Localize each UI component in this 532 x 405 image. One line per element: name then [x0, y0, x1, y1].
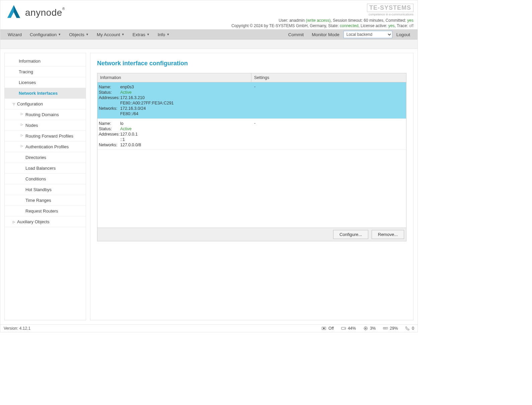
menu-commit[interactable]: Commit	[284, 30, 308, 39]
column-header-settings[interactable]: Settings	[251, 73, 406, 82]
sidebar-item-routing-forward-profiles[interactable]: ▷Routing Forward Profiles	[5, 131, 86, 142]
menu-objects[interactable]: Objects▼	[65, 30, 93, 39]
chevron-right-icon: ▷	[13, 220, 15, 224]
sidebar-group-configuration[interactable]: ▽Configuration	[5, 99, 86, 109]
table-row[interactable]: Name:enp0s3 Status:Active Addresses:172.…	[97, 82, 406, 119]
sidebar-item-request-routers[interactable]: Request Routers	[5, 206, 86, 217]
menu-monitor-mode[interactable]: Monitor Mode	[308, 30, 344, 39]
interfaces-table: Information Settings Name:enp0s3 Status:…	[97, 73, 406, 241]
sidebar-item-authentication-profiles[interactable]: ▷Authentication Profiles	[5, 142, 86, 152]
menu-configuration[interactable]: Configuration▼	[26, 30, 65, 39]
chevron-down-icon: ▽	[13, 102, 15, 106]
disk-icon	[341, 326, 347, 331]
content-panel: Network interface configuration Informat…	[90, 53, 413, 320]
menu-extras[interactable]: Extras▼	[129, 30, 154, 39]
menu-logout[interactable]: Logout	[392, 30, 414, 39]
sidebar-item-routing-domains[interactable]: ▷Routing Domains	[5, 109, 86, 120]
record-icon	[322, 326, 327, 331]
chevron-right-icon: ▷	[21, 123, 23, 126]
status-cpu: 3%	[363, 326, 376, 331]
chevron-right-icon: ▷	[21, 134, 23, 137]
sidebar-item-load-balancers[interactable]: Load Balancers	[5, 163, 86, 174]
configure-button[interactable]: Configure...	[333, 230, 368, 239]
status-memory: 29%	[383, 326, 398, 331]
sidebar-item-directories[interactable]: Directories	[5, 152, 86, 163]
te-systems-logo: TE-SYSTEMS	[367, 4, 413, 12]
sidebar: Information Tracing Licenses Network Int…	[4, 53, 86, 320]
version-label: Version: 4.12.1	[4, 326, 30, 331]
sidebar-item-hot-standbys[interactable]: Hot Standbys	[5, 184, 86, 195]
dropdown-caret-icon: ▼	[122, 33, 125, 36]
app-logo: anynode®	[5, 4, 65, 22]
dropdown-caret-icon: ▼	[86, 33, 89, 36]
sidebar-item-network-interfaces[interactable]: Network Interfaces	[5, 88, 86, 99]
header-status-line-1: User: anadmin (write access), Session ti…	[231, 18, 413, 23]
sidebar-item-licenses[interactable]: Licenses	[5, 77, 86, 88]
menu-my-account[interactable]: My Account▼	[93, 30, 129, 39]
sidebar-group-auxiliary-objects[interactable]: ▷Auxiliary Objects	[5, 217, 86, 227]
svg-point-3	[345, 328, 345, 329]
status-recording: Off	[322, 326, 334, 331]
dropdown-caret-icon: ▼	[166, 33, 169, 36]
sidebar-item-information[interactable]: Information	[5, 56, 86, 67]
te-systems-tagline: competence in e-communications	[231, 13, 413, 16]
phone-icon	[405, 326, 410, 331]
memory-icon	[383, 326, 388, 331]
dropdown-caret-icon: ▼	[147, 33, 150, 36]
column-header-information[interactable]: Information	[97, 73, 251, 82]
svg-point-1	[323, 328, 325, 329]
svg-rect-5	[365, 328, 366, 329]
settings-cell: -	[251, 119, 406, 150]
backend-select[interactable]: Local backend	[344, 31, 392, 38]
status-disk: 44%	[341, 326, 356, 331]
dropdown-caret-icon: ▼	[58, 33, 61, 36]
main-menubar: Wizard Configuration▼ Objects▼ My Accoun…	[0, 29, 417, 39]
anynode-logo-icon	[5, 4, 22, 22]
status-bar: Version: 4.12.1 Off 44% 3% 29% 0	[0, 324, 417, 332]
sidebar-item-nodes[interactable]: ▷Nodes	[5, 120, 86, 131]
header-status-line-2: Copyright © 2024 by TE-SYSTEMS GmbH, Ger…	[231, 23, 413, 28]
chevron-right-icon: ▷	[21, 144, 23, 148]
sidebar-item-conditions[interactable]: Conditions	[5, 174, 86, 184]
sidebar-item-time-ranges[interactable]: Time Ranges	[5, 195, 86, 206]
table-row[interactable]: Name:lo Status:Active Addresses:127.0.0.…	[97, 119, 406, 150]
remove-button[interactable]: Remove...	[372, 230, 404, 239]
svg-rect-10	[383, 327, 388, 329]
sidebar-item-tracing[interactable]: Tracing	[5, 67, 86, 77]
brand-text: anynode®	[25, 7, 65, 18]
menu-wizard[interactable]: Wizard	[4, 30, 26, 39]
settings-cell: -	[251, 82, 406, 118]
chevron-right-icon: ▷	[21, 112, 23, 115]
menu-info[interactable]: Info▼	[154, 30, 173, 39]
cpu-icon	[363, 326, 369, 331]
status-calls: 0	[405, 326, 414, 331]
page-title: Network interface configuration	[97, 60, 406, 67]
